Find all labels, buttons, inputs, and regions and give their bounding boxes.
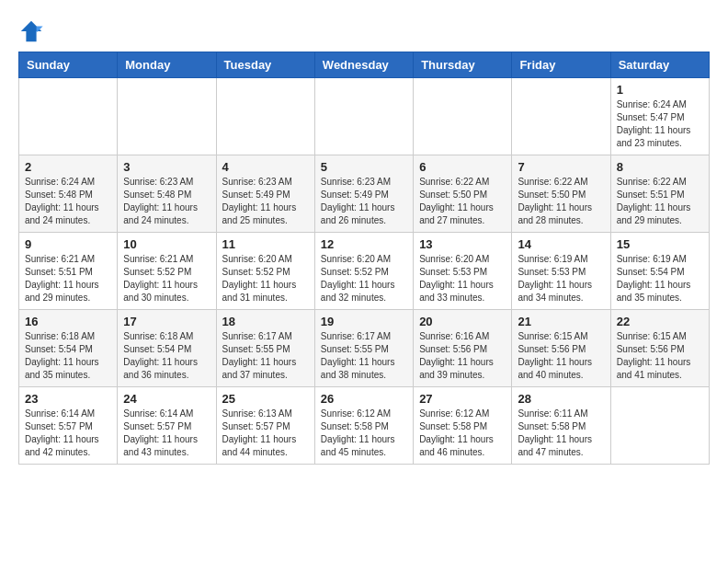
day-number: 5	[321, 160, 407, 174]
day-number: 27	[419, 392, 506, 406]
day-info: Sunrise: 6:24 AM Sunset: 5:48 PM Dayligh…	[25, 176, 111, 227]
week-row-3: 16Sunrise: 6:18 AM Sunset: 5:54 PM Dayli…	[19, 310, 710, 387]
day-cell: 8Sunrise: 6:22 AM Sunset: 5:51 PM Daylig…	[610, 155, 709, 233]
day-info: Sunrise: 6:18 AM Sunset: 5:54 PM Dayligh…	[123, 330, 210, 382]
day-number: 18	[222, 315, 309, 328]
day-info: Sunrise: 6:23 AM Sunset: 5:49 PM Dayligh…	[321, 176, 407, 227]
weekday-header-saturday: Saturday	[610, 52, 709, 78]
day-cell: 14Sunrise: 6:19 AM Sunset: 5:53 PM Dayli…	[512, 233, 610, 310]
logo	[18, 18, 48, 44]
week-row-4: 23Sunrise: 6:14 AM Sunset: 5:57 PM Dayli…	[19, 387, 710, 465]
day-info: Sunrise: 6:20 AM Sunset: 5:53 PM Dayligh…	[419, 253, 506, 304]
day-cell: 1Sunrise: 6:24 AM Sunset: 5:47 PM Daylig…	[610, 78, 709, 155]
day-number: 16	[25, 315, 111, 328]
day-cell: 9Sunrise: 6:21 AM Sunset: 5:51 PM Daylig…	[19, 233, 118, 310]
day-number: 10	[123, 237, 210, 251]
weekday-header-thursday: Thursday	[414, 52, 512, 78]
day-info: Sunrise: 6:22 AM Sunset: 5:50 PM Dayligh…	[518, 176, 604, 227]
day-cell	[414, 78, 512, 155]
weekday-header-tuesday: Tuesday	[216, 52, 314, 78]
day-cell: 17Sunrise: 6:18 AM Sunset: 5:54 PM Dayli…	[118, 310, 216, 387]
day-cell: 15Sunrise: 6:19 AM Sunset: 5:54 PM Dayli…	[610, 233, 709, 310]
day-info: Sunrise: 6:20 AM Sunset: 5:52 PM Dayligh…	[222, 253, 309, 304]
day-cell	[118, 78, 216, 155]
day-cell: 22Sunrise: 6:15 AM Sunset: 5:56 PM Dayli…	[610, 310, 709, 387]
day-cell: 28Sunrise: 6:11 AM Sunset: 5:58 PM Dayli…	[512, 387, 610, 465]
day-number: 15	[617, 237, 703, 251]
day-number: 21	[518, 315, 604, 328]
day-info: Sunrise: 6:24 AM Sunset: 5:47 PM Dayligh…	[617, 98, 703, 150]
day-info: Sunrise: 6:11 AM Sunset: 5:58 PM Dayligh…	[518, 408, 604, 459]
page-header	[18, 15, 710, 44]
day-number: 2	[25, 160, 111, 174]
day-info: Sunrise: 6:17 AM Sunset: 5:55 PM Dayligh…	[222, 330, 309, 382]
day-cell: 27Sunrise: 6:12 AM Sunset: 5:58 PM Dayli…	[414, 387, 512, 465]
logo-icon	[18, 18, 44, 44]
day-info: Sunrise: 6:20 AM Sunset: 5:52 PM Dayligh…	[321, 253, 407, 304]
day-info: Sunrise: 6:14 AM Sunset: 5:57 PM Dayligh…	[25, 408, 111, 459]
day-number: 25	[222, 392, 309, 406]
day-cell	[314, 78, 413, 155]
weekday-header-row: SundayMondayTuesdayWednesdayThursdayFrid…	[19, 52, 710, 78]
day-info: Sunrise: 6:15 AM Sunset: 5:56 PM Dayligh…	[518, 330, 604, 382]
day-info: Sunrise: 6:13 AM Sunset: 5:57 PM Dayligh…	[222, 408, 309, 459]
day-info: Sunrise: 6:23 AM Sunset: 5:48 PM Dayligh…	[123, 176, 210, 227]
weekday-header-sunday: Sunday	[19, 52, 118, 78]
day-cell: 12Sunrise: 6:20 AM Sunset: 5:52 PM Dayli…	[314, 233, 413, 310]
day-number: 9	[25, 237, 111, 251]
day-info: Sunrise: 6:18 AM Sunset: 5:54 PM Dayligh…	[25, 330, 111, 382]
day-number: 6	[419, 160, 506, 174]
day-number: 28	[518, 392, 604, 406]
day-info: Sunrise: 6:19 AM Sunset: 5:54 PM Dayligh…	[617, 253, 703, 304]
day-number: 11	[222, 237, 309, 251]
day-cell: 21Sunrise: 6:15 AM Sunset: 5:56 PM Dayli…	[512, 310, 610, 387]
day-number: 26	[321, 392, 407, 406]
day-cell: 23Sunrise: 6:14 AM Sunset: 5:57 PM Dayli…	[19, 387, 118, 465]
day-number: 13	[419, 237, 506, 251]
day-number: 14	[518, 237, 604, 251]
day-info: Sunrise: 6:23 AM Sunset: 5:49 PM Dayligh…	[222, 176, 309, 227]
week-row-2: 9Sunrise: 6:21 AM Sunset: 5:51 PM Daylig…	[19, 233, 710, 310]
day-cell: 25Sunrise: 6:13 AM Sunset: 5:57 PM Dayli…	[216, 387, 314, 465]
week-row-0: 1Sunrise: 6:24 AM Sunset: 5:47 PM Daylig…	[19, 78, 710, 155]
week-row-1: 2Sunrise: 6:24 AM Sunset: 5:48 PM Daylig…	[19, 155, 710, 233]
day-number: 1	[617, 83, 703, 97]
day-info: Sunrise: 6:22 AM Sunset: 5:51 PM Dayligh…	[617, 176, 703, 227]
day-info: Sunrise: 6:17 AM Sunset: 5:55 PM Dayligh…	[321, 330, 407, 382]
day-cell: 13Sunrise: 6:20 AM Sunset: 5:53 PM Dayli…	[414, 233, 512, 310]
weekday-header-monday: Monday	[118, 52, 216, 78]
day-cell: 3Sunrise: 6:23 AM Sunset: 5:48 PM Daylig…	[118, 155, 216, 233]
day-cell: 4Sunrise: 6:23 AM Sunset: 5:49 PM Daylig…	[216, 155, 314, 233]
day-number: 3	[123, 160, 210, 174]
svg-marker-0	[21, 21, 41, 41]
day-cell: 5Sunrise: 6:23 AM Sunset: 5:49 PM Daylig…	[314, 155, 413, 233]
day-number: 8	[617, 160, 703, 174]
day-info: Sunrise: 6:21 AM Sunset: 5:51 PM Dayligh…	[25, 253, 111, 304]
day-info: Sunrise: 6:12 AM Sunset: 5:58 PM Dayligh…	[321, 408, 407, 459]
svg-marker-1	[37, 26, 43, 32]
day-number: 12	[321, 237, 407, 251]
day-cell	[610, 387, 709, 465]
day-info: Sunrise: 6:12 AM Sunset: 5:58 PM Dayligh…	[419, 408, 506, 459]
day-cell: 18Sunrise: 6:17 AM Sunset: 5:55 PM Dayli…	[216, 310, 314, 387]
day-cell: 16Sunrise: 6:18 AM Sunset: 5:54 PM Dayli…	[19, 310, 118, 387]
day-cell: 7Sunrise: 6:22 AM Sunset: 5:50 PM Daylig…	[512, 155, 610, 233]
day-number: 23	[25, 392, 111, 406]
day-cell: 2Sunrise: 6:24 AM Sunset: 5:48 PM Daylig…	[19, 155, 118, 233]
weekday-header-wednesday: Wednesday	[314, 52, 413, 78]
day-number: 4	[222, 160, 309, 174]
day-number: 24	[123, 392, 210, 406]
day-cell: 20Sunrise: 6:16 AM Sunset: 5:56 PM Dayli…	[414, 310, 512, 387]
day-info: Sunrise: 6:21 AM Sunset: 5:52 PM Dayligh…	[123, 253, 210, 304]
day-info: Sunrise: 6:19 AM Sunset: 5:53 PM Dayligh…	[518, 253, 604, 304]
calendar-table: SundayMondayTuesdayWednesdayThursdayFrid…	[18, 52, 710, 465]
day-cell: 11Sunrise: 6:20 AM Sunset: 5:52 PM Dayli…	[216, 233, 314, 310]
day-info: Sunrise: 6:16 AM Sunset: 5:56 PM Dayligh…	[419, 330, 506, 382]
day-cell: 19Sunrise: 6:17 AM Sunset: 5:55 PM Dayli…	[314, 310, 413, 387]
day-cell	[19, 78, 118, 155]
day-cell: 24Sunrise: 6:14 AM Sunset: 5:57 PM Dayli…	[118, 387, 216, 465]
day-info: Sunrise: 6:14 AM Sunset: 5:57 PM Dayligh…	[123, 408, 210, 459]
day-number: 7	[518, 160, 604, 174]
weekday-header-friday: Friday	[512, 52, 610, 78]
day-info: Sunrise: 6:22 AM Sunset: 5:50 PM Dayligh…	[419, 176, 506, 227]
